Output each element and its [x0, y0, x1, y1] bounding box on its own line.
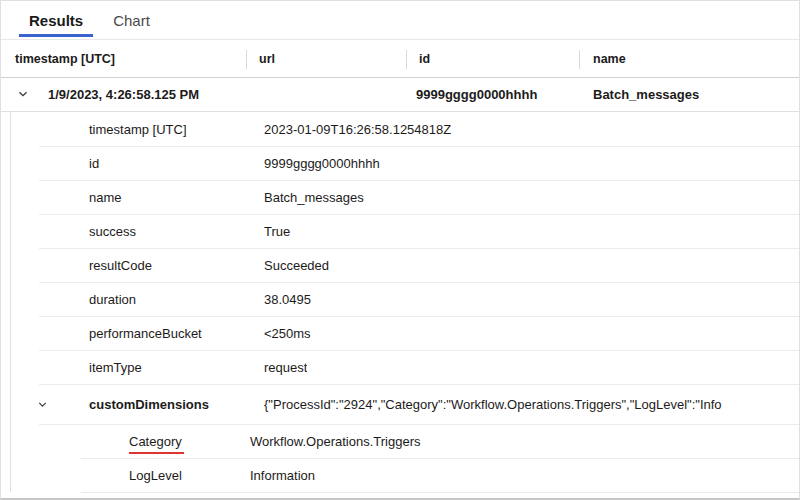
tab-chart-label: Chart — [113, 12, 150, 29]
detail-label: success — [89, 224, 264, 239]
tab-chart[interactable]: Chart — [103, 7, 160, 37]
nested-row-category[interactable]: Category Workflow.Operations.Triggers — [1, 424, 799, 458]
detail-label: performanceBucket — [89, 326, 264, 341]
column-divider — [406, 50, 407, 69]
detail-row-name[interactable]: name Batch_messages — [1, 180, 799, 214]
detail-row-id[interactable]: id 9999gggg0000hhhh — [1, 146, 799, 180]
nested-row-loglevel[interactable]: LogLevel Information — [1, 458, 799, 492]
nested-value: Workflow.Operations.Triggers — [250, 434, 421, 449]
detail-row-resultcode[interactable]: resultCode Succeeded — [1, 248, 799, 282]
bottom-separator — [81, 492, 799, 497]
table-header-row: timestamp [UTC] url id name — [1, 40, 799, 78]
category-label-red-underline: Category — [129, 434, 184, 454]
detail-row-timestamp[interactable]: timestamp [UTC] 2023-01-09T16:26:58.1254… — [1, 112, 799, 146]
detail-label: timestamp [UTC] — [89, 122, 264, 137]
nested-value: Information — [250, 468, 315, 483]
column-header-name[interactable]: name — [593, 52, 626, 66]
detail-label: duration — [89, 292, 264, 307]
detail-row-success[interactable]: success True — [1, 214, 799, 248]
detail-value: 38.0495 — [264, 292, 311, 307]
column-divider — [246, 50, 247, 69]
column-divider — [579, 50, 580, 69]
tabs-bar: Results Chart — [1, 1, 799, 40]
customdimensions-json-value: {"ProcessId":"2924","Category":"Workflow… — [264, 397, 799, 412]
query-results-panel: Results Chart timestamp [UTC] url id nam… — [0, 0, 800, 500]
detail-value: Batch_messages — [264, 190, 364, 205]
detail-label: itemType — [89, 360, 264, 375]
detail-value: request — [264, 360, 307, 375]
detail-value: Succeeded — [264, 258, 329, 273]
nested-label: LogLevel — [129, 468, 250, 483]
row-name-value: Batch_messages — [593, 87, 699, 102]
tab-results[interactable]: Results — [19, 7, 93, 37]
chevron-down-icon[interactable] — [37, 398, 48, 413]
detail-row-customdimensions[interactable]: customDimensions {"ProcessId":"2924","Ca… — [1, 384, 799, 424]
detail-value: 2023-01-09T16:26:58.1254818Z — [264, 122, 451, 137]
detail-row-performancebucket[interactable]: performanceBucket <250ms — [1, 316, 799, 350]
row-id-value: 9999gggg0000hhhh — [416, 87, 537, 102]
detail-value: 9999gggg0000hhhh — [264, 156, 380, 171]
expanded-row-details: timestamp [UTC] 2023-01-09T16:26:58.1254… — [1, 112, 799, 497]
row-timestamp-value: 1/9/2023, 4:26:58.125 PM — [48, 87, 199, 102]
tab-results-label: Results — [29, 12, 83, 29]
column-header-timestamp[interactable]: timestamp [UTC] — [15, 52, 115, 66]
detail-row-itemtype[interactable]: itemType request — [1, 350, 799, 384]
detail-row-duration[interactable]: duration 38.0495 — [1, 282, 799, 316]
chevron-down-icon[interactable] — [17, 88, 29, 103]
column-header-url[interactable]: url — [259, 52, 275, 66]
detail-value: True — [264, 224, 290, 239]
detail-label: resultCode — [89, 258, 264, 273]
column-header-id[interactable]: id — [419, 52, 430, 66]
detail-label: customDimensions — [89, 397, 264, 412]
table-row[interactable]: 1/9/2023, 4:26:58.125 PM 9999gggg0000hhh… — [1, 78, 799, 112]
nested-label: Category — [129, 434, 250, 449]
detail-label: name — [89, 190, 264, 205]
detail-value: <250ms — [264, 326, 311, 341]
detail-label: id — [89, 156, 264, 171]
